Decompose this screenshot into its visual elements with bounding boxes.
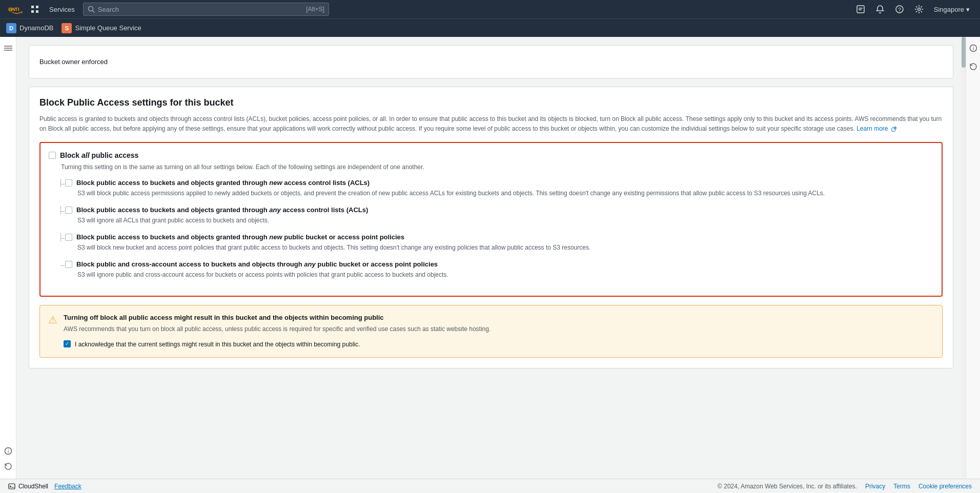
sqs-icon: S — [62, 23, 72, 33]
svg-rect-2 — [31, 10, 34, 13]
privacy-link[interactable]: Privacy — [865, 483, 885, 490]
service-bar: D DynamoDB S Simple Queue Service — [0, 18, 980, 37]
footer: CloudShell Feedback © 2024, Amazon Web S… — [0, 479, 980, 493]
sub-option-1: Block public access to buckets and objec… — [57, 179, 933, 198]
bucket-owner-card: Bucket owner enforced — [29, 45, 953, 78]
sub-option-1-title-row: Block public access to buckets and objec… — [65, 179, 933, 187]
svg-point-11 — [917, 8, 920, 11]
bucket-owner-label: Bucket owner enforced — [39, 58, 108, 66]
scrollbar-thumb[interactable] — [962, 37, 966, 68]
external-link-icon — [891, 127, 896, 132]
region-selector[interactable]: Singapore ▾ — [930, 4, 974, 15]
warning-description: AWS recommends that you turn on block al… — [64, 324, 934, 334]
svg-line-5 — [92, 11, 94, 13]
top-navigation: Services [Alt+S] ? — [0, 0, 980, 18]
svg-text:i: i — [972, 46, 973, 51]
sidebar-menu-icon[interactable] — [1, 41, 15, 55]
terms-link[interactable]: Terms — [893, 483, 910, 490]
main-content: Bucket owner enforced Block Public Acces… — [16, 37, 966, 479]
sub-option-4-title-row: Block public and cross-account access to… — [65, 260, 933, 268]
region-label: Singapore — [934, 6, 964, 13]
warning-content: Turning off block all public access migh… — [64, 314, 934, 349]
sidebar-refresh-icon[interactable] — [1, 459, 15, 474]
block-public-access-card: Block Public Access settings for this bu… — [29, 87, 953, 368]
sub-option-4: Block public and cross-account access to… — [57, 260, 933, 279]
sub-option-3-title-row: Block public access to buckets and objec… — [65, 233, 933, 241]
scrollbar[interactable] — [962, 37, 966, 479]
svg-rect-6 — [857, 6, 864, 13]
cloudshell-label: CloudShell — [18, 483, 48, 490]
search-shortcut: [Alt+S] — [306, 6, 324, 13]
block-all-section: Block all public access Turning this set… — [39, 142, 943, 297]
svg-rect-0 — [31, 6, 34, 8]
sub-option-3-content: Block public access to buckets and objec… — [65, 233, 933, 252]
sub-option-1-content: Block public access to buckets and objec… — [65, 179, 933, 198]
block-access-title: Block Public Access settings for this bu… — [39, 97, 943, 108]
bell-icon[interactable] — [871, 3, 889, 16]
sub-options-list: Block public access to buckets and objec… — [57, 179, 933, 279]
sub-option-3-checkbox[interactable] — [65, 234, 72, 241]
sub-option-3-desc: S3 will block new bucket and access poin… — [77, 243, 933, 252]
sub-option-3: Block public access to buckets and objec… — [57, 233, 933, 252]
warning-icon: ⚠ — [48, 314, 57, 349]
svg-text:?: ? — [898, 7, 901, 13]
sub-option-1-title: Block public access to buckets and objec… — [76, 179, 370, 187]
acknowledge-text: I acknowledge that the current settings … — [75, 340, 360, 349]
block-access-description: Public access is granted to buckets and … — [39, 114, 943, 134]
left-sidebar: i — [0, 37, 16, 479]
svg-rect-21 — [9, 484, 15, 489]
help-icon[interactable]: ? — [891, 3, 908, 16]
sub-option-2: Block public access to buckets and objec… — [57, 206, 933, 225]
block-all-label: Block all public access — [60, 151, 138, 159]
right-sidebar: i — [966, 37, 980, 479]
block-all-sublabel: Turning this setting on is the same as t… — [61, 163, 933, 171]
cookie-preferences-link[interactable]: Cookie preferences — [918, 483, 972, 490]
warning-box: ⚠ Turning off block all public access mi… — [39, 305, 943, 358]
sub-option-4-content: Block public and cross-account access to… — [65, 260, 933, 279]
sub-option-2-title-row: Block public access to buckets and objec… — [65, 206, 933, 214]
sqs-tab[interactable]: S Simple Queue Service — [62, 21, 141, 35]
region-arrow: ▾ — [966, 6, 970, 13]
sub-option-2-desc: S3 will ignore all ACLs that grant publi… — [77, 216, 933, 225]
acknowledge-checkbox[interactable] — [64, 340, 71, 347]
footer-copyright: © 2024, Amazon Web Services, Inc. or its… — [718, 483, 857, 490]
warning-title: Turning off block all public access migh… — [64, 314, 934, 321]
cloudshell-icon — [8, 483, 15, 490]
sub-option-4-title: Block public and cross-account access to… — [76, 260, 438, 268]
warning-acknowledge-row: I acknowledge that the current settings … — [64, 340, 934, 349]
settings-icon[interactable] — [910, 3, 928, 16]
sub-option-1-desc: S3 will block public access permissions … — [77, 189, 933, 198]
svg-rect-1 — [36, 6, 38, 8]
cloudshell-button[interactable]: CloudShell — [8, 483, 48, 490]
block-all-checkbox[interactable] — [49, 152, 56, 159]
search-icon — [88, 6, 95, 13]
sub-option-4-checkbox[interactable] — [65, 261, 72, 268]
search-bar[interactable]: [Alt+S] — [83, 3, 329, 16]
nav-right-controls: ? Singapore ▾ — [852, 3, 974, 16]
sub-option-1-checkbox[interactable] — [65, 179, 72, 187]
right-sidebar-icon1[interactable]: i — [966, 41, 981, 55]
learn-more-link[interactable]: Learn more — [856, 125, 896, 132]
svg-rect-3 — [36, 10, 38, 13]
dynamodb-tab[interactable]: D DynamoDB — [6, 21, 53, 35]
services-menu[interactable]: Services — [45, 4, 79, 15]
dynamodb-icon: D — [6, 23, 16, 33]
footer-right: © 2024, Amazon Web Services, Inc. or its… — [718, 483, 972, 490]
block-all-row: Block all public access — [49, 151, 933, 159]
sub-option-2-title: Block public access to buckets and objec… — [76, 206, 368, 214]
sub-option-2-content: Block public access to buckets and objec… — [65, 206, 933, 225]
sub-option-2-checkbox[interactable] — [65, 207, 72, 214]
search-input[interactable] — [98, 6, 303, 13]
notifications-button[interactable] — [852, 3, 869, 16]
sqs-label: Simple Queue Service — [75, 24, 141, 32]
right-sidebar-icon2[interactable] — [966, 59, 981, 74]
sidebar-info-icon[interactable]: i — [1, 444, 15, 458]
feedback-link[interactable]: Feedback — [54, 483, 81, 490]
aws-logo[interactable] — [6, 4, 25, 15]
footer-left: CloudShell Feedback — [8, 483, 81, 490]
grid-menu-button[interactable] — [29, 3, 41, 15]
dynamodb-label: DynamoDB — [19, 24, 53, 32]
svg-text:i: i — [7, 448, 8, 454]
sub-option-4-desc: S3 will ignore public and cross-account … — [77, 270, 933, 279]
sub-option-3-title: Block public access to buckets and objec… — [76, 233, 404, 241]
